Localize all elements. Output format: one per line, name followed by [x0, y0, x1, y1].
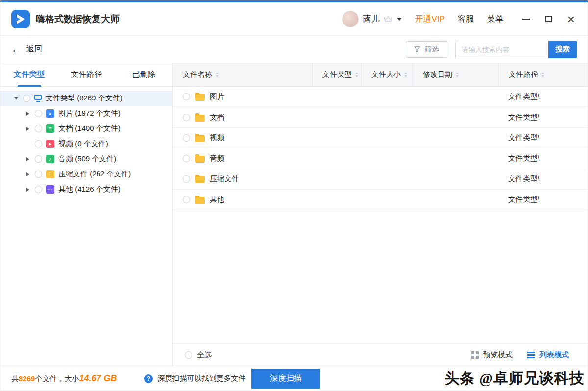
toolbar: ← 返回 筛选 搜索: [0, 36, 588, 63]
summary-middle: 个文件，大小: [35, 374, 79, 383]
menu-link[interactable]: 菜单: [487, 13, 504, 24]
tree-item[interactable]: ⋯ 其他 (4126 个文件): [0, 182, 172, 197]
tree-item[interactable]: ≡ 文档 (1400 个文件): [0, 121, 172, 136]
table-row[interactable]: 视频 文件类型\: [173, 128, 588, 148]
tree-item[interactable]: ♪ 音频 (509 个文件): [0, 151, 172, 167]
sort-icon[interactable]: [541, 73, 544, 77]
select-all-label: 全选: [197, 350, 212, 360]
cell-file-date: [413, 87, 498, 107]
main-panel: 文件名称 文件类型 文件大小 修改日期 文件路径 图片 文件类型\ 文档: [173, 63, 588, 366]
row-radio[interactable]: [183, 196, 190, 203]
app-logo: [11, 10, 30, 28]
app-logo-icon: [11, 10, 30, 28]
cell-file-name: 文档: [173, 107, 312, 127]
tree-item-radio[interactable]: [35, 110, 42, 117]
cell-file-name: 音频: [173, 148, 312, 169]
folder-icon: [195, 156, 205, 163]
caret-icon[interactable]: [24, 110, 32, 118]
file-name: 压缩文件: [210, 174, 239, 184]
caret-icon[interactable]: [24, 171, 32, 178]
tree-item-radio[interactable]: [35, 140, 42, 147]
sort-icon[interactable]: [216, 73, 219, 77]
tab-file-path[interactable]: 文件路径: [58, 63, 115, 86]
table-row[interactable]: 压缩文件 文件类型\: [173, 169, 588, 190]
row-radio[interactable]: [183, 134, 190, 142]
list-mode-button[interactable]: 列表模式: [527, 350, 569, 360]
tree-item[interactable]: ⋮ 压缩文件 (262 个文件): [0, 167, 172, 182]
cell-file-type: [312, 190, 361, 210]
other-icon: ⋯: [46, 185, 54, 194]
avatar[interactable]: [342, 11, 359, 27]
user-dropdown-icon[interactable]: [397, 18, 402, 21]
table-row[interactable]: 音频 文件类型\: [173, 148, 588, 169]
table-body: 图片 文件类型\ 文档 文件类型\ 视频 文件类型\ 音频: [173, 87, 588, 210]
search-button[interactable]: 搜索: [548, 41, 577, 58]
file-path: 文件类型\: [508, 195, 539, 204]
tab-file-type[interactable]: 文件类型: [0, 63, 58, 86]
caret-icon[interactable]: [24, 186, 32, 194]
tree-item-radio[interactable]: [35, 125, 42, 132]
cell-file-size: [361, 169, 413, 189]
table-row[interactable]: 文档 文件类型\: [173, 107, 588, 128]
tree-item[interactable]: 文件类型 (8269 个文件): [0, 91, 172, 106]
minimize-button[interactable]: [522, 19, 530, 20]
caret-icon[interactable]: [12, 95, 20, 102]
close-button[interactable]: ×: [567, 13, 575, 25]
caret-icon[interactable]: [24, 125, 32, 133]
filter-button[interactable]: 筛选: [406, 41, 447, 58]
tree-item-radio[interactable]: [35, 186, 42, 193]
column-header[interactable]: 文件路径: [498, 63, 588, 86]
table-row[interactable]: 图片 文件类型\: [173, 87, 588, 107]
open-vip-link[interactable]: 开通VIP: [415, 13, 444, 24]
file-path: 文件类型\: [508, 133, 539, 143]
caret-icon[interactable]: [24, 155, 32, 163]
username: 蕗儿: [363, 13, 379, 24]
tree-item-radio[interactable]: [23, 95, 30, 102]
sort-icon[interactable]: [355, 73, 358, 77]
tree-item[interactable]: ▶ 视频 (0 个文件): [0, 136, 172, 151]
search-input[interactable]: [455, 41, 548, 58]
tab-deleted[interactable]: 已删除: [115, 63, 172, 86]
deep-scan-button[interactable]: 深度扫描: [251, 369, 320, 389]
support-link[interactable]: 客服: [458, 13, 474, 24]
select-all-radio[interactable]: [185, 351, 192, 359]
column-header[interactable]: 文件名称: [173, 63, 312, 86]
cell-file-size: [361, 190, 413, 210]
column-header[interactable]: 修改日期: [413, 63, 498, 86]
row-radio[interactable]: [183, 114, 190, 121]
row-radio[interactable]: [183, 175, 190, 183]
row-radio[interactable]: [183, 155, 190, 162]
cell-file-date: [413, 148, 498, 169]
column-header[interactable]: 文件类型: [312, 63, 361, 86]
filter-icon: [414, 46, 420, 52]
caret-icon[interactable]: [24, 140, 32, 148]
cell-file-size: [361, 107, 413, 127]
table-row[interactable]: 其他 文件类型\: [173, 190, 588, 210]
cell-file-path: 文件类型\: [498, 148, 588, 169]
file-name: 视频: [210, 133, 224, 143]
file-name: 音频: [210, 154, 224, 163]
zip-icon: ⋮: [46, 170, 54, 178]
cell-file-size: [361, 148, 413, 169]
sort-icon[interactable]: [456, 73, 459, 77]
column-header[interactable]: 文件大小: [361, 63, 413, 86]
tree-item-radio[interactable]: [35, 171, 42, 178]
content: 文件类型 文件路径 已删除 文件类型 (8269 个文件) ▲ 图片 (1972…: [0, 63, 588, 366]
back-arrow-icon: ←: [11, 44, 22, 54]
cell-file-name: 压缩文件: [173, 169, 312, 189]
preview-mode-label: 预览模式: [483, 350, 513, 360]
table-header: 文件名称 文件类型 文件大小 修改日期 文件路径: [173, 63, 588, 87]
tree-item-radio[interactable]: [35, 155, 42, 163]
user-account[interactable]: 蕗儿: [342, 11, 402, 27]
row-radio[interactable]: [183, 93, 190, 100]
tree-item-label: 文档 (1400 个文件): [58, 124, 121, 133]
maximize-button[interactable]: [545, 16, 552, 22]
tree-item-label: 文件类型 (8269 个文件): [46, 94, 122, 103]
sort-icon[interactable]: [404, 73, 407, 77]
titlebar: 嗨格式数据恢复大师 蕗儿 开通VIP 客服 菜单 ×: [0, 2, 588, 36]
preview-mode-button[interactable]: 预览模式: [471, 350, 513, 360]
tree-item[interactable]: ▲ 图片 (1972 个文件): [0, 106, 172, 121]
back-button[interactable]: ← 返回: [11, 44, 42, 54]
list-view-icon: [527, 351, 535, 359]
image-icon: ▲: [46, 109, 54, 118]
